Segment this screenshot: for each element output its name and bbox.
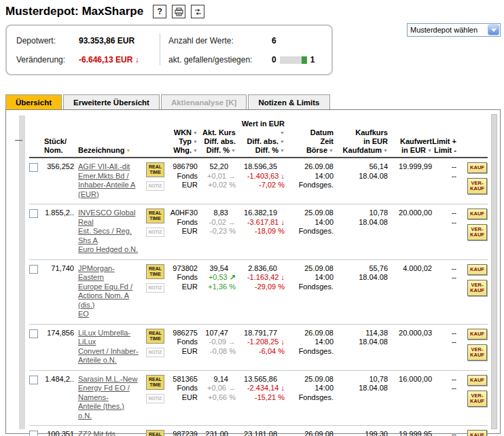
verkauf-button[interactable]: VER- KAUF bbox=[467, 344, 487, 361]
kurs-diff: +0,06 bbox=[207, 384, 226, 392]
gefallen-gestiegen-label: akt. gefallen/gestiegen: bbox=[168, 55, 272, 65]
sort-icon[interactable]: ▼ bbox=[193, 137, 198, 146]
realtime-badge[interactable]: REAL TIME bbox=[146, 162, 164, 177]
help-button[interactable]: ? bbox=[153, 5, 166, 18]
realtime-badge[interactable]: REAL TIME bbox=[146, 264, 164, 279]
chevron-down-icon[interactable] bbox=[488, 24, 499, 35]
kaufdatum-value: 18.04.08 bbox=[334, 384, 388, 393]
notiz-badge[interactable]: NOTIZ bbox=[146, 348, 164, 357]
wkn-typ-whg-cell: 986275 Fonds EUR bbox=[166, 329, 198, 365]
kaufkurs-cell: 55,76 18.04.08 bbox=[334, 264, 388, 319]
kaufwert-value: 20.000,00 bbox=[388, 208, 432, 255]
sort-icon[interactable]: ▼ bbox=[193, 128, 198, 137]
print-button[interactable] bbox=[172, 5, 185, 18]
wert-value: 18.791,77 bbox=[236, 329, 285, 338]
verkauf-button[interactable]: VER- KAUF bbox=[467, 178, 487, 194]
security-link[interactable]: INVESCO Global Real Est. Secs / Reg. Shs… bbox=[78, 208, 138, 253]
kauf-button[interactable]: KAUF bbox=[467, 329, 487, 340]
wkn-value: 986790 bbox=[166, 162, 198, 172]
security-link[interactable]: Sarasin M.L.-New Energy Fd EO / Namens- … bbox=[78, 375, 137, 420]
header-datum-zeit-boerse: Datum Zeit Börse▼ bbox=[285, 128, 334, 155]
kauf-button[interactable]: KAUF bbox=[467, 208, 487, 219]
row-checkbox[interactable] bbox=[29, 163, 38, 172]
kaufwert-value: 20.000,03 bbox=[388, 329, 432, 365]
kurs-diff: -0,02 bbox=[209, 218, 226, 226]
depotwert-value: 93.353,86 EUR bbox=[79, 36, 134, 46]
tab-aktienanalyse[interactable]: Aktienanalyse [K] bbox=[161, 94, 247, 109]
verkauf-button[interactable]: VER- KAUF bbox=[467, 280, 487, 296]
shares-count: 100,351 bbox=[43, 430, 77, 436]
sort-icon[interactable]: ▼ bbox=[329, 146, 334, 155]
wkn-value: A0HF30 bbox=[166, 208, 198, 218]
kurs-diff: -0,09 bbox=[209, 338, 226, 346]
kauf-button[interactable]: KAUF bbox=[467, 162, 487, 173]
kaufkurs-value: 10,78 bbox=[334, 208, 388, 218]
refresh-button[interactable] bbox=[191, 5, 204, 18]
row-checkbox[interactable] bbox=[29, 329, 38, 338]
row-checkbox[interactable] bbox=[29, 376, 38, 384]
security-link[interactable]: LiLux Umbrella-LiLux Convert / Inhaber- … bbox=[78, 329, 139, 365]
gestiegen-bar-segment bbox=[302, 56, 307, 64]
tab-notizen-limits[interactable]: Notizen & Limits bbox=[248, 94, 329, 109]
tab-uebersicht[interactable]: Übersicht bbox=[5, 94, 62, 109]
refresh-icon bbox=[194, 7, 202, 16]
zeit-value: 14:00 bbox=[285, 273, 334, 283]
row-checkbox[interactable] bbox=[29, 209, 38, 218]
wert-diff-pct: -18,09 % bbox=[236, 227, 285, 236]
sort-icon[interactable]: ▼ bbox=[231, 146, 236, 155]
security-link[interactable]: ZZ2 Mit.fds i.fest.u.var.ve.WP / Inh.-An… bbox=[78, 430, 137, 436]
kauf-button[interactable]: KAUF bbox=[467, 375, 487, 386]
verkauf-button[interactable]: VER- KAUF bbox=[467, 390, 487, 407]
realtime-badge[interactable]: REAL TIME bbox=[146, 208, 164, 223]
kauf-button[interactable]: KAUF bbox=[467, 430, 487, 436]
notiz-badge[interactable]: NOTIZ bbox=[146, 283, 164, 293]
kauf-button[interactable]: KAUF bbox=[467, 264, 487, 275]
gefallen-value: 0 bbox=[272, 55, 276, 65]
summary-right: Anzahl der Werte: 6 akt. gefallen/gestie… bbox=[160, 33, 331, 65]
wert-diff: -1.163,42 bbox=[247, 273, 278, 281]
sort-icon[interactable]: ▼ bbox=[280, 128, 285, 137]
wert-value: 2.836,60 bbox=[236, 264, 285, 274]
tab-erweiterte-uebersicht[interactable]: Erweiterte Übersicht bbox=[63, 94, 160, 109]
notiz-badge[interactable]: NOTIZ bbox=[146, 228, 164, 237]
depot-select[interactable]: Musterdepot wählen bbox=[407, 23, 501, 37]
zeit-value: 14:00 bbox=[285, 172, 334, 181]
wkn-typ-whg-cell: 986790 Fonds EUR bbox=[166, 162, 198, 199]
security-link[interactable]: JPMorgan-Eastern Europe Equ.Fd / Actions… bbox=[78, 264, 132, 319]
datum-value: 26.09.08 bbox=[285, 329, 334, 338]
limit-plus-value: -- bbox=[432, 208, 456, 218]
table-row: 356,252 AGIF VII-All.-dit Emer.Mkts Bd /… bbox=[29, 158, 488, 204]
table-row: 174,856 LiLux Umbrella-LiLux Convert / I… bbox=[29, 325, 488, 371]
wert-value: 16.382,19 bbox=[236, 208, 285, 218]
sort-icon[interactable]: ▼ bbox=[280, 146, 285, 155]
notiz-badge[interactable]: NOTIZ bbox=[146, 181, 164, 191]
sort-icon[interactable]: ▼ bbox=[193, 146, 198, 155]
row-checkbox[interactable] bbox=[29, 265, 38, 274]
verkauf-button[interactable]: VER- KAUF bbox=[467, 224, 487, 240]
vertical-scrollbar[interactable] bbox=[491, 114, 497, 429]
row-checkbox[interactable] bbox=[29, 431, 38, 436]
sort-icon[interactable]: ▼ bbox=[280, 137, 285, 146]
wert-diff: -1.208,25 bbox=[247, 338, 278, 346]
trend-arrow-icon: → bbox=[228, 384, 236, 392]
realtime-badge[interactable]: REAL TIME bbox=[146, 329, 164, 344]
wert-diff: -1.403,63 bbox=[247, 172, 278, 180]
kaufwert-value: 19.999,99 bbox=[388, 162, 432, 199]
notiz-badge[interactable]: NOTIZ bbox=[146, 394, 164, 403]
kurs-value: 9,14 bbox=[198, 375, 236, 384]
whg-value: EUR bbox=[166, 227, 198, 236]
realtime-badge[interactable]: REAL TIME bbox=[146, 430, 164, 436]
sort-icon[interactable]: ▼ bbox=[383, 146, 388, 155]
kurs-value: 39,54 bbox=[198, 264, 236, 274]
realtime-badge[interactable]: REAL TIME bbox=[146, 375, 164, 390]
anzahl-label: Anzahl der Werte: bbox=[168, 36, 272, 46]
wert-value: 13.565,86 bbox=[236, 375, 285, 384]
limit-plus-value: -- bbox=[432, 329, 456, 338]
limit-plus-value: -- bbox=[432, 264, 456, 274]
wkn-value: 987239 bbox=[166, 430, 198, 436]
sort-icon[interactable]: ▼ bbox=[427, 146, 432, 155]
wert-value: 23.181,08 bbox=[236, 430, 285, 436]
sort-icon[interactable]: ▼ bbox=[126, 146, 130, 155]
security-link[interactable]: AGIF VII-All.-dit Emer.Mkts Bd / Inhaber… bbox=[78, 162, 135, 198]
limit-minus-value: -- bbox=[432, 338, 456, 347]
